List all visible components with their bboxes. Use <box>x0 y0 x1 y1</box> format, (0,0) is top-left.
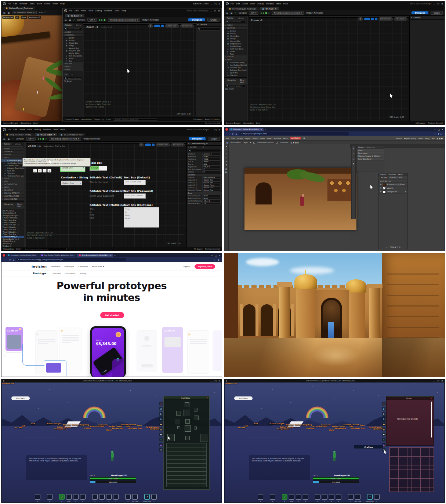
selected-option-row[interactable]: Selected OptionOption One <box>187 189 222 192</box>
hierarchy-tab[interactable]: Hierarchy <box>2 203 15 208</box>
bookmark-icon[interactable]: ♡ <box>434 133 436 135</box>
palette-item[interactable]: ▣Image <box>63 44 83 47</box>
net-mode-dropdown[interactable]: Off▾ <box>87 18 97 22</box>
palette-item[interactable]: ≣Rich Text Block <box>224 48 247 50</box>
bottom-bar-item[interactable]: Content Drawer <box>65 118 79 120</box>
sidebar-icon[interactable]: ◉ <box>159 427 163 431</box>
world-label[interactable]: Attribute Test <box>351 427 365 429</box>
hotbar-slot[interactable]: Shift <box>66 494 72 500</box>
header-link[interactable]: Blog <box>425 137 429 139</box>
debug-object-dropdown[interactable]: No debug object selected▾ <box>49 137 81 141</box>
equipment-slot[interactable] <box>177 426 180 429</box>
hotbar-slot[interactable]: B <box>47 494 52 500</box>
spinbox-widget[interactable]: 0.35026 <box>90 166 107 171</box>
sidebar-icon[interactable]: ✕ <box>159 402 163 406</box>
console-input[interactable]: Enter Console Command <box>23 248 67 250</box>
palette-item[interactable]: ▭Border <box>224 30 247 32</box>
sign-up-button[interactable]: Sign up, free <box>195 264 215 269</box>
bottom-bar-item[interactable]: Content Drawer <box>226 122 241 124</box>
palette-category[interactable]: UNCATEGORIZED <box>1 195 24 198</box>
palette-item[interactable]: ╪Slider <box>224 50 247 53</box>
menu-item[interactable]: Edit <box>75 10 79 12</box>
screen-size-dropdown[interactable]: Screen Size ▾ <box>165 24 180 28</box>
detail-row[interactable]: Size X300.0 <box>187 160 222 163</box>
sidebar-icon[interactable]: ♞ <box>382 417 386 421</box>
bottom-bar-item[interactable]: Output Log <box>94 118 104 120</box>
palette-search-input[interactable]: 🔍Search Palette <box>2 146 23 147</box>
world-label[interactable]: Targeting <box>303 424 312 426</box>
main-menu-button[interactable]: Main Menu <box>234 396 253 400</box>
menu-item[interactable]: Edit <box>13 128 17 131</box>
graph-button[interactable]: Graph <box>431 11 443 15</box>
header-link[interactable]: Report a bug <box>404 137 416 139</box>
hotbar-slot[interactable]: X <box>92 494 98 500</box>
menu-item[interactable]: Help <box>60 128 65 131</box>
world-label[interactable]: Perspectives <box>54 428 66 430</box>
sidebar-icon[interactable]: ◉ <box>382 427 386 431</box>
palette-item[interactable]: TText <box>63 60 83 62</box>
palette-item[interactable]: abEditable Text <box>1 164 24 167</box>
tab-hierarchy[interactable]: ☰ <box>64 73 69 76</box>
compile-button[interactable]: Compile <box>239 12 247 14</box>
sidebar-icon[interactable]: ★ <box>159 432 163 436</box>
content-icon[interactable]: ▦ <box>8 11 10 14</box>
hotbar-slot[interactable]: Left Click <box>355 494 360 500</box>
world-label[interactable]: Wand <box>329 429 334 431</box>
nav-link[interactable]: Resources ▾ <box>92 265 104 268</box>
palette-item[interactable]: ▾ComboBox (Key) <box>224 61 247 64</box>
bottom-bar-item[interactable]: Cmd <box>33 122 38 124</box>
world-label[interactable]: Attribute Test <box>128 427 142 429</box>
console-input[interactable]: Enter Console Command <box>113 118 157 121</box>
menu-item[interactable]: Debug <box>257 3 264 5</box>
menu-item[interactable]: Debug <box>34 128 41 131</box>
menu-item[interactable]: Help <box>283 3 288 5</box>
equipment-slot[interactable] <box>194 427 197 429</box>
world-label[interactable]: AI Line of Sight <box>269 423 284 425</box>
menu-item[interactable]: Actor <box>52 3 58 5</box>
forward-icon[interactable]: › <box>229 133 230 135</box>
hotbar-slot[interactable]: X <box>315 494 320 500</box>
palette-item[interactable]: ▾ComboBox (Key) <box>1 159 24 162</box>
widget-reflector-button[interactable]: Widget Reflector <box>306 12 323 14</box>
world-label[interactable]: LootReaction <box>2 382 14 384</box>
menu-item[interactable]: File <box>69 10 72 12</box>
sidebar-icon[interactable]: ➤ <box>159 412 163 416</box>
tab-wbase[interactable]: ▣W_Base✕ <box>65 14 84 17</box>
back-icon[interactable]: ‹ <box>4 258 4 261</box>
save-icon[interactable]: ▤ <box>3 138 6 140</box>
inventory-grid[interactable] <box>389 447 434 492</box>
screen-size-dropdown[interactable]: Screen Size ▾ <box>156 143 170 146</box>
tb-default-input[interactable]: This is hint text <box>124 180 146 185</box>
revision-control[interactable]: Revision Control <box>205 122 220 124</box>
detail-row[interactable]: ZOrder0 <box>187 171 222 173</box>
widget-reflector-button[interactable]: Widget Reflector <box>83 138 100 140</box>
palette-category[interactable]: AUDIO <box>224 24 247 27</box>
world-label[interactable]: Buff <box>254 423 258 425</box>
sidebar-icon[interactable]: ◆ <box>382 422 386 426</box>
fill-screen-dropdown[interactable]: Fill Screen ▾ <box>171 143 185 146</box>
search-icon[interactable]: 🔍 <box>303 137 305 139</box>
sidebar-icon[interactable]: ♞ <box>159 417 163 421</box>
eye-icon[interactable]: 👁 <box>380 184 382 185</box>
palette-category-input[interactable]: INPUT <box>224 58 247 61</box>
game-viewport[interactable]: AI LogicSelfBuffAI Line of SightAI Colou… <box>2 382 221 502</box>
option-row[interactable]: Index [ 3 ]Option Four <box>187 186 222 189</box>
sign-in-link[interactable]: Sign in <box>183 265 190 268</box>
details-search-input[interactable]: 🔍 <box>188 149 221 152</box>
browser-tab[interactable]: Photopea : Online Photo Editor✕ <box>229 128 264 131</box>
combobox-string-widget[interactable]: Option One▾ <box>61 181 82 185</box>
window-buttons[interactable]: —□✕ <box>210 3 220 5</box>
nav-link[interactable]: Freehand <box>51 265 61 268</box>
hotbar-slot[interactable]: Right Click <box>367 494 373 500</box>
palette-item[interactable]: ◠Radial Slider <box>224 45 247 48</box>
tab-library[interactable]: Library <box>13 142 23 145</box>
status-item[interactable]: 1 Unsaved <box>416 122 425 124</box>
palette-category[interactable]: SPECIAL EFFECTS <box>1 192 24 195</box>
tb-multiline-input[interactable]: Thisishinttext <box>124 207 159 228</box>
style-row[interactable]: Menu Row Pad...1.0 <box>187 202 222 205</box>
hotbar-slot[interactable]: A <box>35 494 40 500</box>
designer-canvas[interactable]: Zoom -3 ◐ Screen Size ▾ Fill Screen ▾ De… <box>247 16 409 121</box>
eye-icon[interactable]: 👁 <box>380 187 382 189</box>
menu-item[interactable]: Window <box>43 128 51 131</box>
option-row[interactable]: Index [ 1 ]Option Two <box>187 181 222 184</box>
